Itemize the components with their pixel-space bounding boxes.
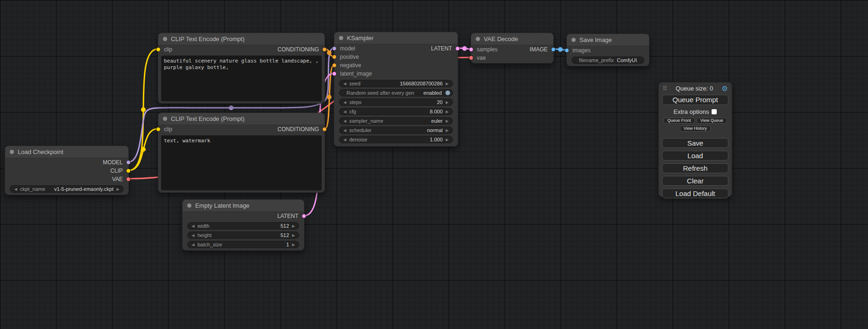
collapse-toggle-icon[interactable] (10, 150, 14, 154)
increment-arrow-icon[interactable]: ▶ (444, 82, 450, 86)
increment-arrow-icon[interactable]: ▶ (444, 100, 450, 105)
wire-midpoint-dot (558, 47, 563, 52)
widget-scheduler[interactable]: ◀ scheduler normal ▶ (339, 126, 453, 134)
prompt-text-area[interactable]: text, watermark (161, 135, 322, 190)
decrement-arrow-icon[interactable]: ◀ (13, 187, 19, 191)
images-input-dot[interactable] (565, 48, 569, 53)
widget-filename-prefix[interactable]: filename_prefix ComfyUI (572, 56, 644, 64)
widget-ckpt-name[interactable]: ◀ ckpt_name v1-5-pruned-emaonly.ckpt ▶ (10, 185, 124, 193)
latent-output-dot[interactable] (302, 214, 306, 218)
decrement-arrow-icon[interactable]: ◀ (190, 224, 196, 228)
samples-input-dot[interactable] (469, 47, 473, 52)
node-title-bar[interactable]: Empty Latent Image (183, 200, 304, 212)
slot-label: clip (164, 126, 172, 133)
decrement-arrow-icon[interactable]: ◀ (190, 243, 196, 247)
node-graph-canvas[interactable]: Load Checkpoint MODEL CLIP VAE ◀ ckpt_na… (0, 0, 868, 329)
decrement-arrow-icon[interactable]: ◀ (342, 110, 348, 114)
increment-arrow-icon[interactable]: ▶ (444, 138, 450, 142)
decrement-arrow-icon[interactable]: ◀ (342, 128, 348, 133)
widget-batch-size[interactable]: ◀ batch_size 1 ▶ (187, 241, 299, 248)
increment-arrow-icon[interactable]: ▶ (444, 110, 450, 114)
decrement-arrow-icon[interactable]: ◀ (342, 138, 348, 142)
clip-output-dot[interactable] (126, 168, 131, 173)
collapse-toggle-icon[interactable] (572, 38, 576, 42)
prompt-text-area[interactable]: beautiful scenery nature glass bottle la… (161, 56, 322, 101)
negative-input-dot[interactable] (332, 63, 337, 68)
slot-label: MODEL (103, 159, 123, 166)
node-title-bar[interactable]: Load Checkpoint (5, 146, 128, 158)
model-output-dot[interactable] (126, 160, 131, 165)
model-input-dot[interactable] (332, 46, 337, 51)
widget-denoise[interactable]: ◀ denoise 1.000 ▶ (339, 136, 453, 143)
node-title-bar[interactable]: CLIP Text Encode (Prompt) (158, 113, 325, 125)
extra-options-checkbox[interactable] (712, 109, 717, 114)
widget-height[interactable]: ◀ height 512 ▶ (187, 231, 299, 239)
latent-output-dot[interactable] (455, 46, 460, 51)
widget-steps[interactable]: ◀ steps 20 ▶ (339, 98, 453, 106)
decrement-arrow-icon[interactable]: ◀ (342, 100, 348, 105)
conditioning-output-dot[interactable] (322, 127, 327, 132)
node-ksampler[interactable]: KSampler model LATENT positive negative … (334, 32, 458, 147)
node-clip-text-encode-positive[interactable]: CLIP Text Encode (Prompt) clip CONDITION… (158, 33, 325, 104)
toggle-dot-icon[interactable] (445, 91, 450, 95)
node-load-checkpoint[interactable]: Load Checkpoint MODEL CLIP VAE ◀ ckpt_na… (5, 146, 129, 195)
node-title-bar[interactable]: CLIP Text Encode (Prompt) (158, 33, 325, 45)
slot-label: latent_image (340, 70, 372, 77)
node-title-bar[interactable]: Save Image (567, 34, 649, 46)
save-button[interactable]: Save (662, 138, 728, 148)
increment-arrow-icon[interactable]: ▶ (290, 224, 296, 228)
collapse-toggle-icon[interactable] (163, 37, 167, 41)
image-output-dot[interactable] (551, 47, 556, 52)
load-button[interactable]: Load (662, 151, 728, 161)
decrement-arrow-icon[interactable]: ◀ (342, 119, 348, 123)
clip-input-dot[interactable] (156, 47, 161, 52)
slot-row: clip CONDITIONING (158, 125, 325, 133)
clear-button[interactable]: Clear (662, 176, 728, 186)
slot-label: model (340, 45, 355, 52)
widget-cfg[interactable]: ◀ cfg 8.000 ▶ (339, 108, 453, 115)
positive-input-dot[interactable] (332, 55, 337, 59)
increment-arrow-icon[interactable]: ▶ (444, 128, 450, 133)
collapse-toggle-icon[interactable] (187, 203, 191, 208)
node-title-bar[interactable]: VAE Decode (471, 33, 553, 45)
decrement-arrow-icon[interactable]: ◀ (190, 233, 196, 238)
extra-options-row: Extra options (659, 108, 732, 115)
increment-arrow-icon[interactable]: ▶ (290, 243, 296, 247)
slot-label: CONDITIONING (277, 126, 319, 133)
increment-arrow-icon[interactable]: ▶ (115, 187, 121, 191)
node-title-bar[interactable]: KSampler (334, 32, 458, 44)
drag-handle-icon[interactable]: ⠿ (663, 85, 667, 91)
increment-arrow-icon[interactable]: ▶ (444, 119, 450, 123)
widget-value: v1-5-pruned-emaonly.ckpt (54, 186, 113, 192)
node-empty-latent-image[interactable]: Empty Latent Image LATENT ◀ width 512 ▶ … (182, 199, 304, 251)
decrement-arrow-icon[interactable]: ◀ (342, 82, 348, 86)
output-slot-vae: VAE (5, 175, 128, 183)
widget-width[interactable]: ◀ width 512 ▶ (187, 222, 299, 230)
node-save-image[interactable]: Save Image images filename_prefix ComfyU… (566, 34, 649, 66)
clip-input-dot[interactable] (156, 127, 161, 132)
refresh-button[interactable]: Refresh (662, 163, 728, 173)
widget-value: 1.000 (430, 137, 443, 142)
widget-random-seed-toggle[interactable]: Random seed after every gen enabled (339, 89, 453, 97)
node-title: VAE Decode (484, 35, 518, 42)
load-default-button[interactable]: Load Default (662, 189, 728, 198)
node-title: KSampler (347, 35, 374, 42)
queue-front-button[interactable]: Queue Front (663, 118, 695, 124)
settings-gear-icon[interactable]: ⚙ (722, 85, 728, 92)
widget-sampler-name[interactable]: ◀ sampler_name euler ▶ (339, 117, 453, 125)
node-clip-text-encode-negative[interactable]: CLIP Text Encode (Prompt) clip CONDITION… (158, 112, 325, 193)
conditioning-output-dot[interactable] (322, 47, 327, 52)
widget-seed[interactable]: ◀ seed 156680208700286 ▶ (339, 80, 453, 87)
collapse-toggle-icon[interactable] (476, 37, 480, 41)
view-queue-button[interactable]: View Queue (697, 118, 727, 124)
collapse-toggle-icon[interactable] (163, 117, 167, 121)
vae-output-dot[interactable] (126, 177, 131, 182)
collapse-toggle-icon[interactable] (339, 36, 343, 40)
increment-arrow-icon[interactable]: ▶ (290, 233, 296, 238)
queue-prompt-button[interactable]: Queue Prompt (662, 95, 728, 105)
latent-image-input-dot[interactable] (332, 71, 337, 76)
slot-label: samples (477, 46, 498, 53)
node-vae-decode[interactable]: VAE Decode samples IMAGE vae (471, 33, 554, 63)
vae-input-dot[interactable] (469, 56, 473, 60)
view-history-button[interactable]: View History (680, 126, 711, 132)
